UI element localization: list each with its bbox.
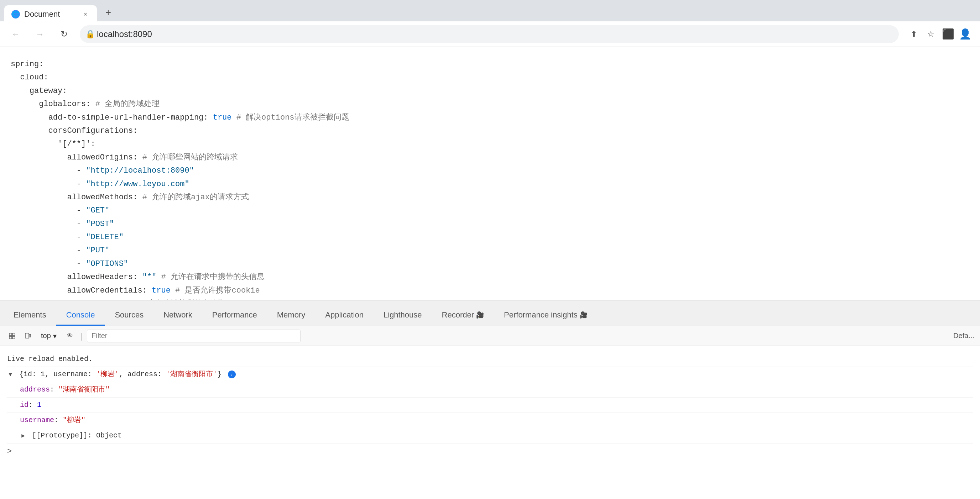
tab-sources[interactable]: Sources (105, 305, 153, 326)
reload-button[interactable]: ↻ (56, 25, 73, 43)
tab-performance-insights[interactable]: Performance insights 🎥 (494, 305, 598, 326)
svg-rect-2 (9, 336, 12, 339)
dropdown-arrow: ▾ (53, 332, 57, 340)
console-property-id: id: 1 (7, 397, 973, 413)
tab-memory[interactable]: Memory (267, 305, 315, 326)
default-levels-label: Defa... (953, 332, 974, 340)
console-property-address: address: "湖南省衡阳市" (7, 382, 973, 397)
browser-actions: ⬆ ☆ ⬛ 👤 (906, 26, 973, 42)
address-bar: ← → ↻ 🔒 ⬆ ☆ ⬛ 👤 (0, 21, 980, 47)
yaml-line: - "GET" (11, 206, 109, 215)
yaml-line: '[/**]': (11, 140, 95, 148)
tab-lighthouse[interactable]: Lighthouse (374, 305, 432, 326)
tab-title: Document (24, 10, 77, 19)
yaml-line: allowedMethods: # 允许的跨域ajax的请求方式 (11, 193, 249, 202)
object-expand-button[interactable]: ▼ (7, 372, 14, 378)
yaml-line: add-to-simple-url-handler-mapping: true … (11, 113, 349, 122)
filter-input[interactable] (87, 330, 301, 342)
object-summary-end: } (217, 370, 221, 378)
console-line-object[interactable]: ▼ {id: 1, username: '柳岩', address: '湖南省衡… (7, 367, 973, 382)
prototype-label: [[Prototype]]: Object (32, 431, 122, 440)
devtools-console[interactable]: Live reload enabled. ▼ {id: 1, username:… (0, 346, 980, 499)
bookmark-button[interactable]: ☆ (923, 26, 939, 42)
browser-tab[interactable]: 🌐 Document × (4, 5, 97, 23)
yaml-line: allowedHeaders: "*" # 允许在请求中携带的头信息 (11, 273, 264, 281)
yaml-line: allowedOrigins: # 允许哪些网站的跨域请求 (11, 153, 238, 162)
url-input[interactable] (80, 25, 899, 43)
performance-insights-icon: 🎥 (580, 311, 587, 319)
share-button[interactable]: ⬆ (906, 26, 921, 42)
context-dropdown[interactable]: top ▾ (37, 330, 60, 342)
object-summary-mid: , address: (119, 370, 166, 378)
profile-button[interactable]: 👤 (957, 26, 973, 42)
console-prompt[interactable]: > (7, 443, 973, 459)
svg-rect-5 (29, 334, 30, 337)
inspect-element-button[interactable] (6, 330, 19, 342)
yaml-line: globalcors: # 全局的跨域处理 (11, 100, 159, 108)
eye-icon: 👁 (67, 332, 73, 340)
devtools-tab-bar: Elements Console Sources Network Perform… (0, 300, 980, 326)
info-icon[interactable]: i (228, 370, 236, 378)
tab-console[interactable]: Console (56, 305, 105, 326)
yaml-line: spring: (11, 60, 43, 69)
lock-icon: 🔒 (86, 30, 95, 39)
devtools-panel: Elements Console Sources Network Perform… (0, 300, 980, 499)
object-summary-prefix: {id: 1, username: (19, 370, 96, 378)
yaml-line: - "DELETE" (11, 233, 124, 242)
prompt-arrow: > (7, 447, 12, 456)
svg-rect-4 (25, 333, 29, 338)
svg-rect-1 (13, 333, 15, 335)
tab-elements[interactable]: Elements (3, 305, 56, 326)
tab-recorder[interactable]: Recorder 🎥 (432, 305, 494, 326)
page-content: spring: cloud: gateway: globalcors: # 全局… (0, 47, 980, 300)
prototype-expand-button[interactable]: ▶ (20, 433, 26, 439)
object-address-value: '湖南省衡阳市' (166, 370, 217, 378)
toolbar-separator: | (79, 331, 84, 341)
recorder-icon: 🎥 (476, 311, 484, 319)
yaml-line: corsConfigurations: (11, 126, 137, 135)
yaml-line: maxAge: 360000 # 这次跨域检测的有效期 (11, 299, 226, 300)
yaml-line: gateway: (11, 86, 67, 95)
device-icon (24, 332, 31, 340)
yaml-line: - "OPTIONS" (11, 259, 128, 269)
tab-close-button[interactable]: × (81, 10, 90, 19)
yaml-line: - "http://www.leyou.com" (11, 180, 189, 189)
yaml-line: allowCredentials: true # 是否允许携带cookie (11, 286, 260, 295)
back-button[interactable]: ← (7, 25, 24, 43)
tab-performance[interactable]: Performance (202, 305, 267, 326)
new-tab-button[interactable]: + (100, 4, 117, 21)
extensions-button[interactable]: ⬛ (940, 26, 956, 42)
svg-rect-3 (13, 336, 15, 339)
console-prototype[interactable]: ▶ [[Prototype]]: Object (7, 428, 973, 443)
forward-button[interactable]: → (31, 25, 48, 43)
device-toolbar-button[interactable] (21, 330, 34, 342)
object-username-value: '柳岩' (96, 370, 119, 378)
yaml-line: - "PUT" (11, 246, 109, 255)
context-label: top (41, 332, 51, 340)
console-property-username: username: "柳岩" (7, 413, 973, 428)
devtools-toolbar: top ▾ 👁 | Defa... (0, 326, 980, 346)
tab-network[interactable]: Network (153, 305, 202, 326)
svg-rect-0 (9, 333, 12, 335)
tab-favicon: 🌐 (11, 10, 20, 19)
console-line-reload: Live reload enabled. (7, 352, 973, 367)
url-bar-container: 🔒 (80, 25, 899, 43)
tab-bar: 🌐 Document × + (0, 0, 980, 21)
yaml-line: - "http://localhost:8090" (11, 166, 194, 175)
yaml-line: cloud: (11, 73, 48, 82)
eye-button[interactable]: 👁 (64, 330, 76, 342)
inspect-icon (8, 332, 16, 340)
yaml-line: - "POST" (11, 219, 114, 229)
tab-application[interactable]: Application (315, 305, 374, 326)
